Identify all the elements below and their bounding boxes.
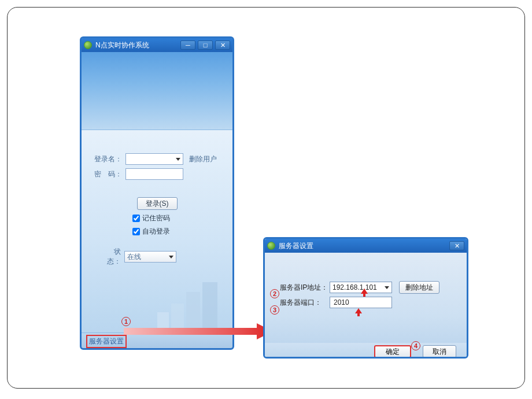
svg-rect-1 xyxy=(186,292,200,332)
settings-window: 服务器设置 ✕ 服务器IP地址： 192.168.1.101 删除地址 服务器端… xyxy=(263,237,468,359)
close-button[interactable]: ✕ xyxy=(449,241,464,250)
annotation-1: 1 xyxy=(121,317,131,326)
login-footer: 服务器设置 xyxy=(82,332,232,350)
annotation-4: 4 xyxy=(411,341,420,350)
login-titlebar: N点实时协作系统 ─ □ ✕ xyxy=(82,38,232,52)
auto-login-label: 自动登录 xyxy=(142,227,170,237)
login-button-row: 登录(S) xyxy=(82,197,232,210)
ok-button[interactable]: 确定 xyxy=(374,345,411,358)
maximize-button[interactable]: □ xyxy=(198,40,213,50)
pointer-arrow-icon xyxy=(355,308,362,316)
status-select[interactable]: 在线 xyxy=(124,251,176,263)
cancel-button[interactable]: 取消 xyxy=(423,345,456,358)
pointer-arrow-icon xyxy=(361,289,368,297)
login-button[interactable]: 登录(S) xyxy=(137,197,178,210)
window-controls: ✕ xyxy=(449,241,464,250)
app-icon xyxy=(267,242,275,250)
login-window: N点实时协作系统 ─ □ ✕ 登录名： 删除用户 密 码： 登录(S) 记住密码… xyxy=(80,36,234,350)
close-button[interactable]: ✕ xyxy=(215,40,230,50)
server-settings-link[interactable]: 服务器设置 xyxy=(86,335,127,348)
svg-marker-6 xyxy=(355,308,362,316)
login-window-title: N点实时协作系统 xyxy=(95,40,180,50)
username-combo[interactable] xyxy=(125,153,183,165)
status-label: 状 态： xyxy=(94,247,121,267)
window-controls: ─ □ ✕ xyxy=(180,40,230,50)
password-label: 密 码： xyxy=(88,169,122,179)
settings-titlebar: 服务器设置 ✕ xyxy=(265,239,467,253)
annotation-3: 3 xyxy=(270,305,279,315)
chevron-down-icon xyxy=(176,158,180,161)
buildings-decoration xyxy=(157,278,227,332)
app-icon xyxy=(84,41,92,49)
remember-password-label: 记住密码 xyxy=(142,213,170,223)
username-row: 登录名： 删除用户 xyxy=(82,153,232,165)
port-row: 服务器端口： 2010 xyxy=(280,297,467,308)
password-row: 密 码： xyxy=(82,168,232,180)
port-label: 服务器端口： xyxy=(280,298,330,308)
ip-row: 服务器IP地址： 192.168.1.101 删除地址 xyxy=(280,281,467,294)
status-value: 在线 xyxy=(127,252,141,262)
svg-rect-2 xyxy=(171,304,184,332)
password-input[interactable] xyxy=(125,168,183,180)
settings-footer: 确定 取消 xyxy=(265,343,467,359)
login-body: 登录名： 删除用户 密 码： 登录(S) 记住密码 自动登录 状 态： 在线 xyxy=(82,130,232,332)
status-row: 状 态： 在线 xyxy=(94,247,232,267)
svg-marker-5 xyxy=(361,289,368,297)
auto-login-row: 自动登录 xyxy=(132,227,232,237)
delete-user-link[interactable]: 删除用户 xyxy=(189,154,217,164)
ip-value: 192.168.1.101 xyxy=(332,283,377,291)
annotation-2: 2 xyxy=(270,289,279,298)
delete-address-button[interactable]: 删除地址 xyxy=(399,281,439,294)
minimize-button[interactable]: ─ xyxy=(180,40,195,50)
svg-rect-3 xyxy=(157,312,169,332)
settings-window-title: 服务器设置 xyxy=(279,241,449,251)
remember-password-checkbox[interactable] xyxy=(132,215,140,222)
ip-label: 服务器IP地址： xyxy=(280,283,330,293)
settings-body: 服务器IP地址： 192.168.1.101 删除地址 服务器端口： 2010 xyxy=(265,253,467,343)
remember-password-row: 记住密码 xyxy=(132,213,232,223)
chevron-down-icon xyxy=(169,256,173,258)
port-input[interactable]: 2010 xyxy=(330,297,392,308)
chevron-down-icon xyxy=(385,286,389,289)
login-banner xyxy=(82,52,232,130)
auto-login-checkbox[interactable] xyxy=(132,228,140,235)
username-label: 登录名： xyxy=(88,154,122,164)
svg-rect-0 xyxy=(202,282,217,332)
port-value: 2010 xyxy=(334,298,349,306)
